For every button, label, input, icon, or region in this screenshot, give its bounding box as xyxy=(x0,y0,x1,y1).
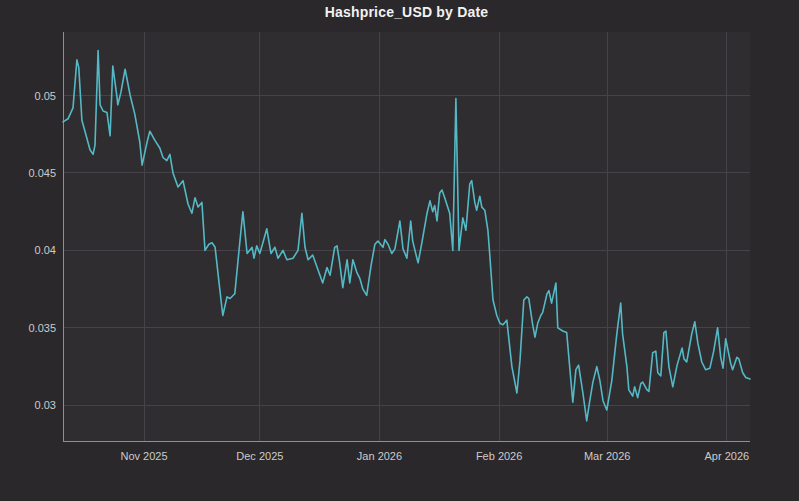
x-tick-label: Nov 2025 xyxy=(121,450,168,462)
x-tick-label: Apr 2026 xyxy=(705,450,750,462)
x-tick-label: Feb 2026 xyxy=(476,450,522,462)
y-tick-label: 0.045 xyxy=(28,167,56,179)
x-tick-label: Jan 2026 xyxy=(357,450,402,462)
y-tick-label: 0.03 xyxy=(35,399,56,411)
hashprice-line-chart: 0.030.0350.040.0450.05Nov 2025Dec 2025Ja… xyxy=(0,0,799,501)
x-tick-label: Dec 2025 xyxy=(236,450,283,462)
x-tick-label: Mar 2026 xyxy=(584,450,630,462)
chart-title: Hashprice_USD by Date xyxy=(63,4,750,20)
y-tick-label: 0.05 xyxy=(35,90,56,102)
plot-panel xyxy=(63,32,750,441)
y-tick-label: 0.035 xyxy=(28,322,56,334)
y-tick-label: 0.04 xyxy=(35,244,56,256)
chart-window: 0.030.0350.040.0450.05Nov 2025Dec 2025Ja… xyxy=(0,0,799,501)
